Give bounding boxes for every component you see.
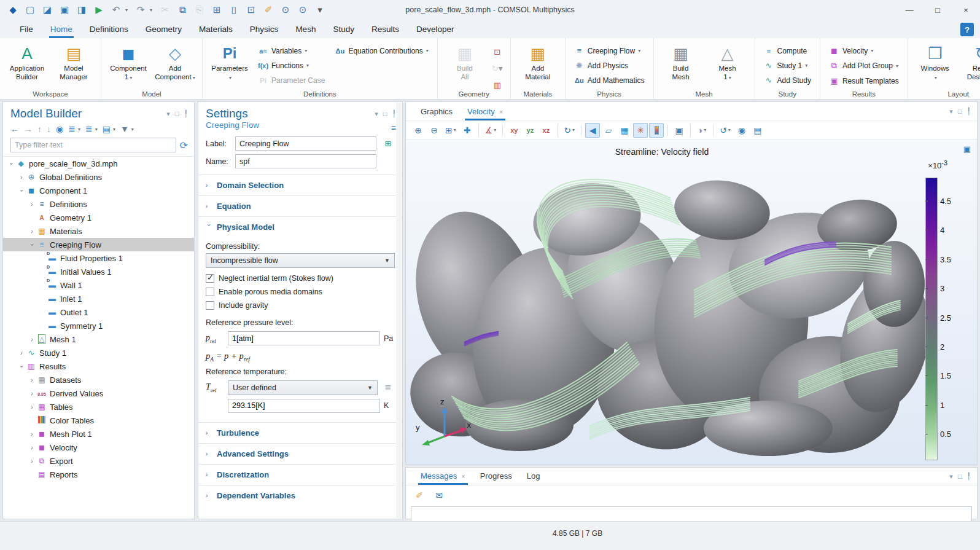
help-button[interactable]: ? xyxy=(960,23,974,36)
tree-item-derived-values[interactable]: ›8.85Derived Values xyxy=(3,387,194,400)
creeping-flow-button[interactable]: ≡Creeping Flow▾ xyxy=(570,44,648,57)
camera-button[interactable]: ◉ xyxy=(734,123,749,138)
chevron-down-icon[interactable]: ▾ xyxy=(95,127,98,132)
open-messages-window-button[interactable]: ✉ xyxy=(432,488,446,503)
zoom-in-button[interactable]: ⊕ xyxy=(411,123,426,138)
panel-menu-icon[interactable]: ▾ xyxy=(375,110,378,118)
tree-item-study-1[interactable]: ›∿Study 1 xyxy=(3,346,194,359)
redo-icon[interactable]: ↷ xyxy=(133,2,149,17)
ribbon-tab-physics[interactable]: Physics xyxy=(241,22,287,38)
name-input[interactable] xyxy=(235,154,376,168)
insert-sequence-button[interactable]: ⊡ xyxy=(489,44,505,59)
show-axes-button[interactable]: ✳ xyxy=(633,123,648,138)
add-plot-group-button[interactable]: ⧉Add Plot Group▾ xyxy=(825,59,903,73)
tree-item-symmetry-1[interactable]: ▬Symmetry 1 xyxy=(3,319,194,332)
tree-expander-icon[interactable]: › xyxy=(28,201,36,208)
model-manager-button[interactable]: ▤ModelManager xyxy=(52,41,96,87)
tree-item-global-definitions[interactable]: ›⊕Global Definitions xyxy=(3,170,194,184)
qat-overflow-icon[interactable]: ▾ xyxy=(312,2,328,17)
find-icon[interactable]: ⊙ xyxy=(278,2,294,17)
graphics-tab-velocity[interactable]: Velocity× xyxy=(461,104,509,120)
chevron-down-icon[interactable]: ▾ xyxy=(113,127,115,132)
list-select-icon[interactable]: ≣ xyxy=(381,381,395,395)
tree-item-geometry-1[interactable]: AGeometry 1 xyxy=(3,211,194,224)
compressibility-combobox[interactable]: Incompressible flow ▼ xyxy=(206,253,395,268)
tree-expander-icon[interactable]: › xyxy=(18,362,25,371)
tree-expander-icon[interactable]: › xyxy=(29,240,36,249)
view-xz-button[interactable]: xz xyxy=(539,123,553,138)
ribbon-tab-study[interactable]: Study xyxy=(324,22,363,38)
pin-panel-icon[interactable]: ╿ xyxy=(966,108,971,116)
ribbon-tab-geometry[interactable]: Geometry xyxy=(137,22,190,38)
checkbox-neglect-inertial[interactable]: Neglect inertial term (Stokes flow) xyxy=(206,272,395,285)
move-down-icon[interactable]: ↓ xyxy=(47,124,51,134)
add-mathematics-button[interactable]: ΔuAdd Mathematics xyxy=(570,74,648,87)
chevron-down-icon[interactable]: ▾ xyxy=(125,7,131,13)
graphics-tab-graphics[interactable]: Graphics xyxy=(414,104,459,120)
pref-input[interactable] xyxy=(228,331,380,345)
tree-expander-icon[interactable]: › xyxy=(28,377,36,383)
close-tab-icon[interactable]: × xyxy=(461,473,465,480)
back-icon[interactable]: ← xyxy=(10,124,19,134)
duplicate-icon[interactable]: ⊞ xyxy=(209,2,225,17)
filter-icon[interactable]: ▼ xyxy=(120,124,129,134)
undo-icon[interactable]: ↶ xyxy=(108,2,124,17)
ribbon-tab-results[interactable]: Results xyxy=(363,22,408,38)
tree-item-materials[interactable]: ›▦Materials xyxy=(3,224,194,238)
functions-button[interactable]: f(x)Functions▾ xyxy=(254,59,329,72)
view-xy-button[interactable]: xy xyxy=(507,123,521,138)
float-panel-icon[interactable]: □ xyxy=(175,110,179,118)
tree-item-outlet-1[interactable]: ▬Outlet 1 xyxy=(3,305,194,319)
filter-input[interactable] xyxy=(10,138,176,152)
ribbon-tab-mesh[interactable]: Mesh xyxy=(287,22,324,38)
tree-item-wall-1[interactable]: ▬DWall 1 xyxy=(3,278,194,292)
print-button[interactable]: ▤ xyxy=(750,123,765,138)
checkbox-include-gravity[interactable]: Include gravity xyxy=(206,299,395,312)
save-find-icon[interactable]: ◨ xyxy=(74,2,90,17)
tref-input[interactable] xyxy=(228,399,380,413)
maximize-button[interactable]: □ xyxy=(924,0,952,20)
show-more-options-icon[interactable]: ≡ xyxy=(391,123,396,133)
tree-expander-icon[interactable]: › xyxy=(28,228,36,235)
tree-expander-icon[interactable]: › xyxy=(18,186,25,195)
graphics-canvas[interactable]: Streamline: Velocity field ▣ xyxy=(406,139,977,465)
color-theme-button[interactable]: ◑▾ xyxy=(694,123,709,138)
compute-button[interactable]: =Compute xyxy=(760,44,815,57)
tree-item-velocity[interactable]: ›◼Velocity xyxy=(3,441,194,454)
move-up-icon[interactable]: ↑ xyxy=(37,124,42,134)
checkbox-icon[interactable] xyxy=(206,288,214,296)
tree-item-pore_scale_flow_3d-mph[interactable]: ›◆pore_scale_flow_3d.mph xyxy=(3,157,194,170)
tree-expander-icon[interactable]: › xyxy=(28,336,36,343)
find-replace-icon[interactable]: ⊙ xyxy=(295,2,311,17)
paste-icon[interactable]: ⎘ xyxy=(192,2,208,17)
show-legend-button[interactable] xyxy=(649,123,664,138)
copy-icon[interactable]: ⧉ xyxy=(174,2,190,17)
cut-icon[interactable]: ✂ xyxy=(157,2,173,17)
checkbox-icon[interactable] xyxy=(206,274,214,283)
tree-expander-icon[interactable]: › xyxy=(8,159,15,168)
add-material-button[interactable]: ▦AddMaterial xyxy=(516,41,560,87)
result-templates-button[interactable]: ▣Result Templates xyxy=(825,74,903,87)
pin-panel-icon[interactable]: ╿ xyxy=(184,110,188,118)
mesh-1-button[interactable]: △Mesh1▾ xyxy=(706,41,750,87)
equation-contributions-button[interactable]: ΔuEquation Contributions▾ xyxy=(331,44,432,57)
tree-item-component-1[interactable]: ›◼Component 1 xyxy=(3,184,194,197)
add-component-button[interactable]: ◇AddComponent▾ xyxy=(153,41,197,87)
rotate-button[interactable]: ↻▾ xyxy=(561,123,577,138)
save-icon[interactable]: ▣ xyxy=(56,2,72,17)
tree-item-fluid-properties-1[interactable]: ▬DFluid Properties 1 xyxy=(3,251,194,265)
tref-combobox[interactable]: User defined ▼ xyxy=(228,380,378,395)
label-input[interactable] xyxy=(235,136,376,151)
parameter-case-button[interactable]: PiParameter Case xyxy=(254,74,329,87)
go-to-view-button[interactable]: ∡▾ xyxy=(483,123,499,138)
float-panel-icon[interactable]: □ xyxy=(958,108,962,116)
close-tab-icon[interactable]: × xyxy=(499,108,503,116)
tree-item-datasets[interactable]: ›▦Datasets xyxy=(3,373,194,387)
build-all-button[interactable]: ▦BuildAll xyxy=(443,41,487,87)
study-1-button[interactable]: ∿Study 1▾ xyxy=(760,59,815,72)
tree-item-color-tables[interactable]: Color Tables xyxy=(3,414,194,427)
add-physics-button[interactable]: ✺Add Physics xyxy=(570,59,648,72)
tree-item-results[interactable]: ›▥Results xyxy=(3,359,194,373)
lock-button[interactable]: ▣ xyxy=(672,123,686,138)
messages-tab-messages[interactable]: Messages× xyxy=(414,468,472,485)
